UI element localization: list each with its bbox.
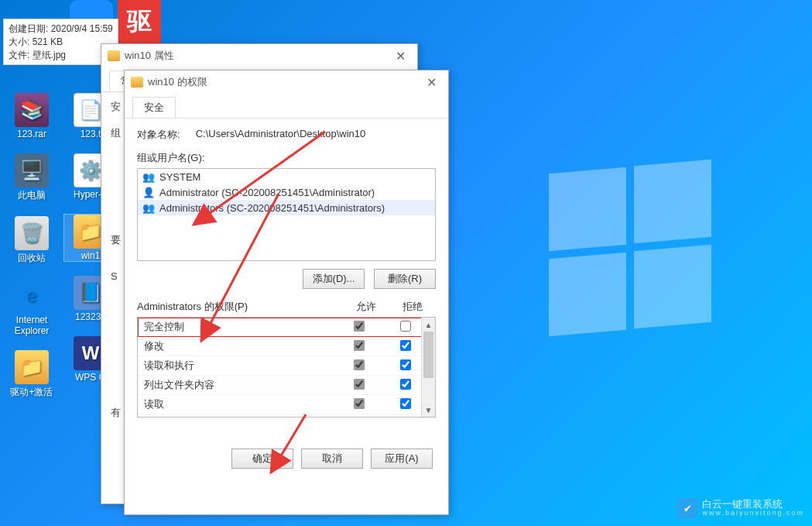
desktop-icon-driver[interactable]: 📁驱动+激活: [5, 350, 59, 399]
tooltip-line: 文件: 壁纸.jpg: [9, 49, 113, 62]
allow-checkbox[interactable]: [354, 340, 365, 351]
apply-button[interactable]: 应用(A): [371, 449, 433, 469]
deny-checkbox[interactable]: [400, 321, 411, 332]
windows-logo: [549, 170, 719, 341]
permission-row[interactable]: 读取和执行: [138, 356, 435, 376]
desktop-icon-thispc[interactable]: 🖥️此电脑: [5, 153, 59, 202]
ok-button[interactable]: 确定: [231, 449, 293, 469]
dialog-title: win10 属性: [125, 49, 174, 63]
tab-bar: 安全: [125, 94, 448, 119]
desktop-icons-col1: 📚123.rar 🖥️此电脑 🗑️回收站 eInternet Explorer …: [5, 93, 59, 399]
scrollbar[interactable]: ▲ ▼: [421, 318, 435, 417]
watermark-sub: www.baiyunxitong.com: [702, 510, 804, 517]
deny-checkbox[interactable]: [400, 379, 411, 390]
allow-checkbox[interactable]: [354, 321, 365, 332]
permissions-dialog: win10 的权限 ✕ 安全 对象名称: C:\Users\Administra…: [124, 70, 449, 515]
scroll-up-icon[interactable]: ▲: [422, 318, 435, 332]
object-name-label: 对象名称:: [137, 128, 180, 142]
scroll-thumb[interactable]: [423, 332, 433, 378]
allow-checkbox[interactable]: [354, 359, 365, 370]
allow-header: 允许: [343, 300, 389, 314]
scroll-down-icon[interactable]: ▼: [422, 403, 435, 417]
permission-row[interactable]: 读取: [138, 395, 435, 414]
desktop-icon-rar[interactable]: 📚123.rar: [5, 93, 59, 139]
permission-name: 修改: [144, 339, 336, 353]
perm-title: Administrators 的权限(P): [137, 300, 343, 314]
users-icon: 👥: [142, 170, 155, 183]
deny-checkbox[interactable]: [400, 398, 411, 409]
close-icon[interactable]: ✕: [389, 49, 411, 64]
list-item-selected[interactable]: 👥Administrators (SC-202008251451\Adminis…: [138, 200, 435, 215]
permission-row[interactable]: 完全控制: [138, 318, 435, 337]
permission-name: 读取: [144, 397, 336, 411]
cancel-button[interactable]: 取消: [301, 449, 363, 469]
tab-security[interactable]: 安全: [132, 97, 176, 118]
deny-header: 拒绝: [389, 300, 436, 314]
driver-app-icon[interactable]: 驱: [118, 0, 161, 43]
users-icon: 👥: [142, 201, 155, 214]
add-button[interactable]: 添加(D)...: [303, 269, 365, 289]
desktop-icon-recyclebin[interactable]: 🗑️回收站: [5, 216, 59, 265]
tooltip-line: 创建日期: 2020/9/4 15:59: [9, 22, 113, 36]
user-icon: 👤: [142, 186, 155, 198]
permission-row[interactable]: 修改: [138, 337, 435, 356]
permission-name: 读取和执行: [144, 359, 336, 373]
folder-icon: [131, 77, 143, 88]
watermark-icon: ✔: [677, 498, 697, 518]
allow-checkbox[interactable]: [354, 398, 365, 409]
tooltip-line: 大小: 521 KB: [9, 36, 113, 49]
group-users-label: 组或用户名(G):: [137, 151, 436, 165]
titlebar[interactable]: win10 属性 ✕: [101, 44, 417, 67]
permissions-header: Administrators 的权限(P) 允许 拒绝: [137, 300, 436, 314]
deny-checkbox[interactable]: [400, 340, 411, 351]
close-icon[interactable]: ✕: [420, 75, 442, 90]
permission-name: 列出文件夹内容: [144, 378, 336, 392]
permission-name: 完全控制: [144, 320, 336, 334]
dialog-body: 对象名称: C:\Users\Administrator\Desktop\win…: [125, 119, 448, 478]
watermark: ✔ 白云一键重装系统 www.baiyunxitong.com: [677, 498, 804, 518]
permission-row[interactable]: 列出文件夹内容: [138, 376, 435, 395]
permissions-listbox[interactable]: 完全控制修改读取和执行列出文件夹内容读取 ▲ ▼: [137, 317, 436, 418]
desktop-icon-ie[interactable]: eInternet Explorer: [5, 279, 59, 336]
remove-button[interactable]: 删除(R): [374, 269, 436, 289]
deny-checkbox[interactable]: [400, 359, 411, 370]
list-item[interactable]: 👥SYSTEM: [138, 169, 435, 184]
object-path: C:\Users\Administrator\Desktop\win10: [196, 128, 366, 142]
users-listbox[interactable]: 👥SYSTEM 👤Administrator (SC-202008251451\…: [137, 168, 436, 261]
folder-icon: [108, 50, 120, 61]
allow-checkbox[interactable]: [354, 379, 365, 390]
list-item[interactable]: 👤Administrator (SC-202008251451\Administ…: [138, 184, 435, 200]
titlebar[interactable]: win10 的权限 ✕: [125, 70, 448, 94]
watermark-title: 白云一键重装系统: [702, 499, 804, 510]
dialog-title: win10 的权限: [148, 75, 207, 89]
